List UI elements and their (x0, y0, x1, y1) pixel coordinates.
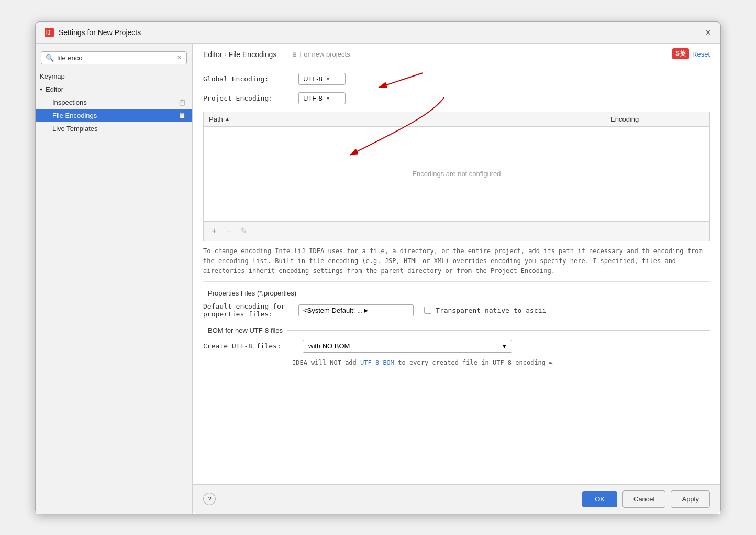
sidebar-item-file-encodings[interactable]: File Encodings 📋 (36, 109, 192, 122)
sidebar-item-keymap-label: Keymap (40, 72, 65, 80)
create-utf8-label: Create UTF-8 files: (203, 342, 292, 350)
global-encoding-dropdown[interactable]: UTF-8 ▾ (298, 73, 346, 85)
path-column-label: Path (209, 115, 223, 123)
global-encoding-value: UTF-8 (303, 75, 323, 83)
table-col-path[interactable]: Path (204, 112, 605, 126)
sidebar-item-keymap[interactable]: Keymap (36, 70, 192, 83)
transparent-label: Transparent native-to-ascii (436, 307, 546, 314)
global-encoding-arrow-icon: ▾ (327, 76, 329, 82)
project-encoding-dropdown[interactable]: UTF-8 ▾ (298, 92, 346, 104)
info-text-content: To change encoding IntelliJ IDEA uses fo… (203, 247, 703, 275)
encodings-table: Path Encoding Encodings are not configur… (203, 112, 710, 241)
main-header: Editor › File Encodings 🖥 For new projec… (193, 44, 720, 64)
transparent-checkbox[interactable] (424, 307, 431, 314)
titlebar: IJ Settings for New Projects × (36, 22, 720, 44)
edit-encoding-button[interactable]: ✎ (237, 225, 250, 237)
close-button[interactable]: × (703, 26, 713, 39)
breadcrumb-file-encodings: File Encodings (229, 50, 277, 59)
bom-note-prefix: IDEA will NOT add (292, 359, 360, 366)
encoding-column-label: Encoding (610, 115, 639, 123)
s-badge: S英 (672, 48, 689, 59)
project-encoding-value: UTF-8 (303, 94, 323, 102)
remove-encoding-button[interactable]: − (223, 225, 235, 237)
project-encoding-row: Project Encoding: UTF-8 ▾ (203, 92, 710, 104)
properties-encoding-row: Default encoding for properties files: <… (203, 302, 710, 318)
properties-section: Properties Files (*.properties) Default … (203, 289, 710, 318)
bottom-bar: ? OK Cancel Apply (193, 484, 720, 514)
bom-note-suffix: to every created file in UTF-8 encoding … (394, 359, 553, 366)
info-text: To change encoding IntelliJ IDEA uses fo… (203, 241, 710, 282)
breadcrumb-context-label: For new projects (299, 50, 350, 58)
reset-button[interactable]: Reset (692, 50, 710, 58)
settings-area: Global Encoding: UTF-8 ▾ (193, 64, 720, 484)
add-encoding-button[interactable]: + (208, 225, 220, 237)
ok-button[interactable]: OK (582, 491, 617, 507)
sidebar-item-editor[interactable]: ▾ Editor (36, 83, 192, 96)
search-input[interactable] (57, 54, 177, 62)
sidebar-item-inspections-label: Inspections (52, 99, 87, 106)
transparent-checkbox-row: Transparent native-to-ascii (424, 307, 546, 314)
table-empty-message: Encodings are not configured (412, 170, 501, 178)
project-encoding-dropdown-icon: ▾ (327, 95, 329, 101)
properties-section-header: Properties Files (*.properties) (203, 289, 710, 297)
file-encodings-icon: 📋 (179, 112, 186, 119)
inspections-icon: 📋 (179, 99, 186, 106)
sidebar-item-editor-label: Editor (46, 85, 63, 93)
bom-note: IDEA will NOT add UTF-8 BOM to every cre… (292, 359, 710, 366)
bom-row: Create UTF-8 files: with NO BOM ▾ (203, 340, 710, 353)
create-utf8-value: with NO BOM (308, 342, 350, 350)
sidebar-item-live-templates[interactable]: Live Templates (36, 122, 192, 135)
table-toolbar: + − ✎ (204, 221, 709, 241)
global-encoding-section: Global Encoding: UTF-8 ▾ (203, 73, 710, 85)
table-body: Encodings are not configured (204, 127, 709, 221)
main-content: Editor › File Encodings 🖥 For new projec… (193, 44, 720, 514)
breadcrumb-context: 🖥 For new projects (291, 50, 350, 58)
apply-button[interactable]: Apply (671, 490, 710, 508)
global-encoding-label: Global Encoding: (203, 75, 292, 83)
breadcrumb-editor: Editor (203, 50, 223, 59)
bom-note-highlight: UTF-8 BOM (360, 359, 394, 366)
settings-dialog: IJ Settings for New Projects × 🔍 ✕ Keyma… (35, 21, 721, 514)
dialog-body: 🔍 ✕ Keymap ▾ Editor Inspections 📋 File E… (36, 44, 720, 514)
sidebar-item-inspections[interactable]: Inspections 📋 (36, 96, 192, 109)
bom-section: BOM for new UTF-8 files Create UTF-8 fil… (203, 326, 710, 366)
help-button[interactable]: ? (203, 493, 216, 505)
project-encoding-label: Project Encoding: (203, 94, 292, 102)
default-encoding-value: <System Default: ...► (303, 307, 370, 314)
cancel-button[interactable]: Cancel (622, 490, 665, 508)
search-clear-button[interactable]: ✕ (177, 54, 182, 61)
monitor-icon: 🖥 (291, 51, 297, 58)
bom-section-header: BOM for new UTF-8 files (203, 326, 710, 334)
global-encoding-row: Global Encoding: UTF-8 ▾ (203, 73, 710, 85)
search-icon: 🔍 (46, 54, 54, 62)
create-utf8-dropdown[interactable]: with NO BOM ▾ (303, 340, 512, 353)
create-utf8-arrow-icon: ▾ (503, 342, 506, 350)
chevron-down-icon: ▾ (40, 86, 42, 92)
table-header: Path Encoding (204, 112, 709, 127)
default-encoding-dropdown[interactable]: <System Default: ...► (298, 304, 414, 316)
table-col-encoding: Encoding (605, 112, 709, 126)
svg-text:IJ: IJ (46, 30, 50, 36)
breadcrumb-separator: › (225, 51, 227, 58)
search-box[interactable]: 🔍 ✕ (41, 51, 187, 64)
default-encoding-label: Default encoding for properties files: (203, 302, 292, 318)
dialog-title: Settings for New Projects (59, 28, 141, 37)
project-encoding-section: Project Encoding: UTF-8 ▾ (203, 92, 710, 104)
sidebar-item-live-templates-label: Live Templates (52, 125, 97, 133)
sidebar-item-file-encodings-label: File Encodings (52, 112, 97, 119)
app-icon: IJ (44, 27, 54, 38)
sidebar: 🔍 ✕ Keymap ▾ Editor Inspections 📋 File E… (36, 44, 193, 514)
breadcrumb: Editor › File Encodings 🖥 For new projec… (203, 50, 350, 59)
